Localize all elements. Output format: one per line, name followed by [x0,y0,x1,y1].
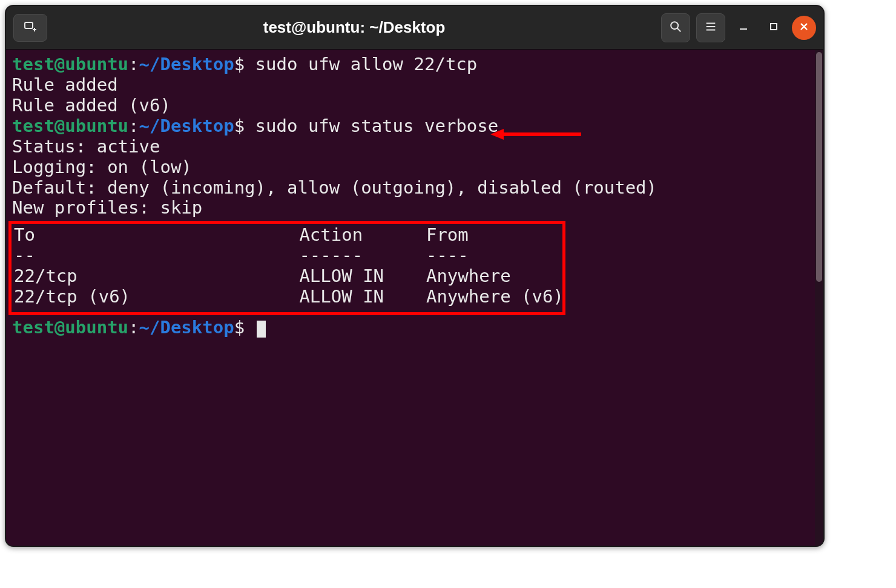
output-line: Rule added (v6) [12,96,820,116]
prompt-user: test@ubuntu [12,317,128,338]
close-button[interactable] [792,16,816,40]
command-text: sudo ufw allow 22/tcp [255,54,478,74]
table-separator: -- ------ ---- [14,246,560,266]
new-tab-button[interactable] [13,14,47,42]
table-row: 22/tcp (v6) ALLOW IN Anywhere (v6) [14,287,560,307]
svg-line-4 [677,28,681,31]
prompt-colon: : [128,116,139,136]
scrollbar[interactable] [815,50,823,546]
prompt-symbol: $ [234,317,245,338]
prompt-line-1: test@ubuntu:~/Desktop$ sudo ufw allow 22… [12,54,820,75]
prompt-colon: : [128,54,139,74]
prompt-user: test@ubuntu [12,116,128,136]
output-line: Status: active [12,137,820,157]
prompt-path: ~/Desktop [139,54,234,74]
titlebar: test@ubuntu: ~/Desktop [6,6,823,50]
svg-point-3 [671,22,678,29]
terminal-window: test@ubuntu: ~/Desktop [5,5,825,547]
prompt-path: ~/Desktop [139,317,234,338]
minimize-button[interactable] [731,16,756,40]
prompt-user: test@ubuntu [12,54,128,74]
cursor [257,321,266,338]
svg-rect-9 [771,24,777,30]
output-line: Default: deny (incoming), allow (outgoin… [12,178,820,198]
search-button[interactable] [661,13,690,42]
hamburger-menu-icon [704,20,717,36]
search-icon [669,20,682,36]
maximize-button[interactable] [762,16,786,40]
prompt-line-3: test@ubuntu:~/Desktop$ [12,318,820,338]
maximize-icon [769,22,778,33]
prompt-colon: : [128,317,139,338]
prompt-symbol: $ [234,54,245,74]
window-controls [661,13,816,42]
menu-button[interactable] [696,13,725,42]
output-line: New profiles: skip [12,198,820,218]
annotation-highlight-box: To Action From -- ------ ---- 22/tcp ALL… [8,221,565,315]
new-tab-icon [23,19,38,36]
svg-rect-0 [25,22,33,28]
prompt-path: ~/Desktop [139,116,234,136]
window-title: test@ubuntu: ~/Desktop [52,18,656,37]
output-line: Logging: on (low) [12,157,820,178]
terminal-body[interactable]: test@ubuntu:~/Desktop$ sudo ufw allow 22… [6,50,823,546]
table-header: To Action From [14,225,560,246]
output-line: Rule added [12,75,820,96]
prompt-line-2: test@ubuntu:~/Desktop$ sudo ufw status v… [12,116,820,137]
table-row: 22/tcp ALLOW IN Anywhere [14,266,560,287]
command-text: sudo ufw status verbose [255,116,499,136]
scrollbar-thumb[interactable] [816,52,822,282]
close-icon [799,22,809,34]
minimize-icon [739,22,748,34]
prompt-symbol: $ [234,116,245,136]
